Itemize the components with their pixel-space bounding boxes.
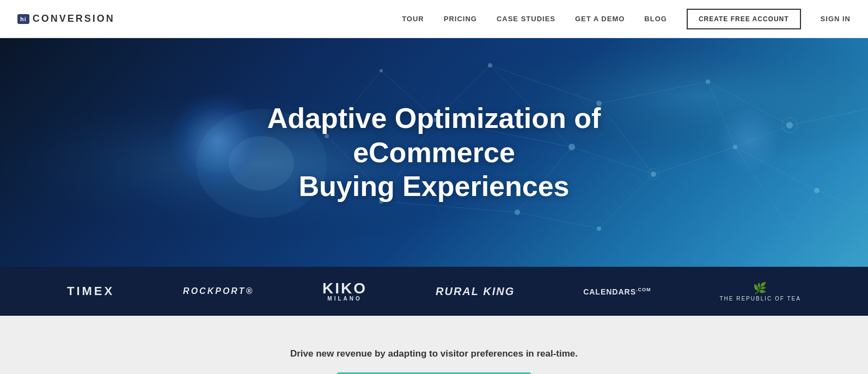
brand-republic-of-tea: 🌿 The Republic of TEA [719,281,801,302]
svg-point-28 [488,63,492,68]
hero-content: Adaptive Optimization of eCommerce Buyin… [189,101,679,203]
brand-ruralking: Rural King [436,285,515,298]
logo[interactable]: hi CONVERSION [17,13,115,24]
svg-point-35 [597,226,601,231]
nav-signin-link[interactable]: SIGN IN [821,15,851,23]
svg-point-40 [380,69,383,72]
logo-hi-badge: hi [17,14,29,24]
nav-links: TOUR PRICING CASE STUDIES GET A DEMO BLO… [402,9,851,29]
brand-rockport: ROCKPORT® [183,286,254,296]
value-section: Drive new revenue by adapting to visitor… [0,316,868,374]
nav-tour[interactable]: TOUR [402,15,424,23]
svg-point-36 [515,210,520,215]
nav-get-demo[interactable]: GET A DEMO [575,15,625,23]
logo-text: CONVERSION [33,13,115,24]
svg-point-34 [814,188,820,193]
svg-point-31 [786,122,793,128]
nav-pricing[interactable]: PRICING [444,15,477,23]
hero-section: Adaptive Optimization of eCommerce Buyin… [0,38,868,267]
logos-bar: TIMEX ROCKPORT® KIKO MILANO Rural King C… [0,267,868,316]
navbar: hi CONVERSION TOUR PRICING CASE STUDIES … [0,0,868,38]
nav-blog[interactable]: BLOG [644,15,667,23]
svg-point-30 [706,79,710,84]
nav-create-account-button[interactable]: CREATE FREE ACCOUNT [687,9,801,29]
brand-timex: TIMEX [67,284,114,298]
brand-calendars: CALENDARS.COM [583,287,651,296]
nav-case-studies[interactable]: CASE STUDIES [497,15,555,23]
hero-orb-right [716,107,781,172]
brand-kiko: KIKO MILANO [322,281,367,302]
hero-title: Adaptive Optimization of eCommerce Buyin… [211,101,657,203]
value-tagline: Drive new revenue by adapting to visitor… [290,348,578,359]
